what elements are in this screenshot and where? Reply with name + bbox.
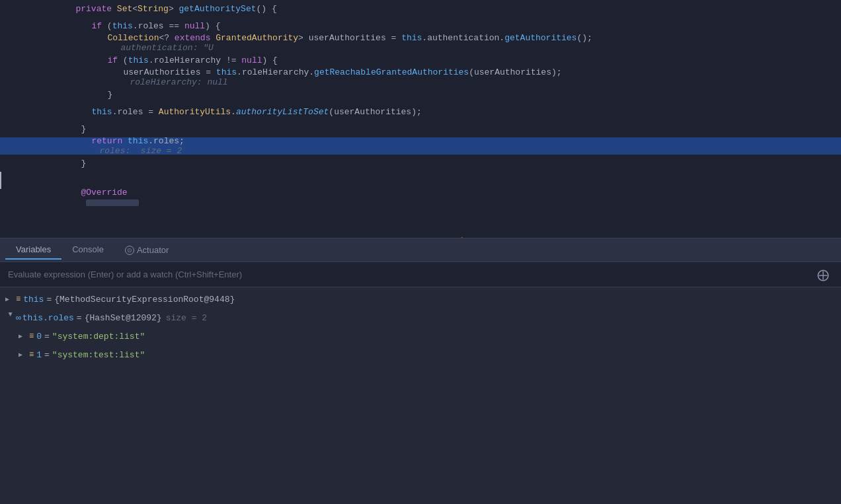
- debugger-panel: Variables Console ⊙ Actuator Evaluate ex…: [0, 238, 841, 504]
- expand-arrow-1: ▶: [19, 351, 29, 359]
- ide-window: private Set<String> getAuthoritySet() { …: [0, 0, 841, 504]
- var-value-roles: {HashSet@12092}: [85, 313, 162, 323]
- variables-list: ▶ ≡ this = {MethodSecurityExpressionRoot…: [0, 287, 841, 367]
- var-row-roles[interactable]: ▶ ∞ this.roles = {HashSet@12092} size = …: [0, 308, 841, 327]
- var-icon-1: ≡: [29, 350, 34, 359]
- var-name-1: 1: [36, 350, 42, 360]
- var-meta-roles: size = 2: [166, 313, 207, 323]
- code-line-12: @Override: [0, 189, 841, 206]
- var-row-this[interactable]: ▶ ≡ this = {MethodSecurityExpressionRoot…: [0, 290, 841, 308]
- code-content: }: [34, 149, 86, 178]
- tab-variables[interactable]: Variables: [5, 240, 61, 260]
- code-content: @Override: [34, 178, 139, 217]
- var-value-1: "system:test:list": [52, 350, 145, 360]
- infinity-icon: ∞: [16, 313, 21, 323]
- eval-bar: Evaluate expression (Enter) or add a wat…: [0, 262, 841, 287]
- add-watch-button[interactable]: ⨁: [813, 266, 833, 283]
- var-equals-2: =: [77, 313, 82, 323]
- expand-arrow-roles: ▶: [7, 312, 15, 323]
- var-name-0: 0: [36, 332, 42, 342]
- var-equals-4: =: [44, 350, 50, 360]
- code-content: userAuthorities = this.roleHierarchy.get…: [34, 57, 562, 97]
- var-value-this: {MethodSecurityExpressionRoot@9448}: [54, 295, 235, 305]
- code-line-5: userAuthorities = this.roleHierarchy.get…: [0, 69, 841, 86]
- var-value-0: "system:dept:list": [52, 332, 145, 342]
- var-icon-0: ≡: [29, 332, 34, 341]
- tab-actuator[interactable]: ⊙ Actuator: [114, 241, 179, 259]
- eval-placeholder-text: Evaluate expression (Enter) or add a wat…: [8, 270, 242, 279]
- code-editor: private Set<String> getAuthoritySet() { …: [0, 0, 841, 238]
- var-equals-3: =: [44, 332, 50, 342]
- var-row-1[interactable]: ▶ ≡ 1 = "system:test:list": [0, 345, 841, 364]
- code-line-7: this.roles = AuthorityUtils.authorityLis…: [0, 103, 841, 120]
- code-content: this.roles = AuthorityUtils.authorityLis…: [34, 97, 422, 127]
- code-line-9-highlighted: return this.roles; roles: size = 2: [0, 137, 841, 155]
- expand-arrow-0: ▶: [19, 332, 29, 340]
- actuator-icon: ⊙: [125, 246, 134, 255]
- var-name-this: this: [23, 295, 44, 305]
- expand-arrow-this: ▶: [5, 295, 16, 303]
- var-icon-this: ≡: [16, 295, 20, 304]
- var-row-0[interactable]: ▶ ≡ 0 = "system:dept:list": [0, 327, 841, 345]
- tab-console[interactable]: Console: [61, 240, 114, 260]
- var-name-roles: this.roles: [22, 313, 74, 323]
- debug-tabs: Variables Console ⊙ Actuator: [0, 238, 841, 262]
- var-equals: =: [46, 295, 52, 305]
